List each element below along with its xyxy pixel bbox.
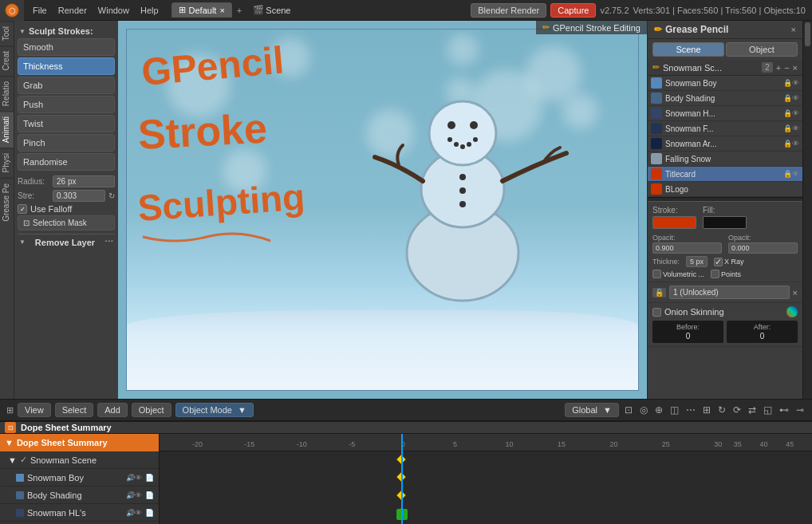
dope-sheet-header: ⊡ Dope Sheet Summary (0, 422, 812, 434)
points-checkbox[interactable] (711, 270, 719, 278)
layer-snowman-boy[interactable]: Snowman Boy 🔒👁 (648, 76, 802, 91)
viewport-icon-4[interactable]: ◫ (668, 403, 680, 417)
object-btn[interactable]: Object (132, 403, 171, 417)
onion-section: Onion Skinning Before: 0 After: 0 (648, 303, 802, 347)
top-bar: ⬡ File Render Window Help ⊞ Default × + … (0, 0, 812, 21)
tab-animation[interactable]: Animati (0, 111, 14, 148)
viewport-icon-1[interactable]: ⊡ (623, 403, 634, 417)
global-btn[interactable]: Global ▼ (565, 403, 619, 417)
stroke-col: Stroke: (652, 205, 696, 229)
tool-twist-btn[interactable]: Twist (18, 115, 115, 132)
use-falloff-label: Use Falloff (30, 204, 72, 214)
tab-create[interactable]: Creat (0, 45, 14, 75)
workspace-tab-default[interactable]: ⊞ Default × (171, 2, 232, 18)
tab-physics[interactable]: Physi (0, 148, 14, 177)
after-value[interactable]: 0 (760, 332, 765, 341)
layer-titlecard[interactable]: Titlecard 🔒👁 (648, 167, 802, 182)
add-workspace-btn[interactable]: + (234, 6, 245, 15)
tab-grease-pencil[interactable]: Grease Pe (0, 178, 14, 227)
menu-file[interactable]: File (28, 4, 52, 17)
menu-render[interactable]: Render (53, 4, 92, 17)
viewport-icon-10[interactable]: ◱ (762, 403, 774, 417)
layer-name-snowman-ar: Snowman Ar... (665, 140, 780, 148)
tool-grab-btn[interactable]: Grab (18, 77, 115, 94)
viewport-icon-5[interactable]: ⋯ (684, 403, 697, 417)
scene-tab[interactable]: Scene (652, 42, 724, 57)
frame-close-icon[interactable]: × (793, 288, 798, 297)
frame-value[interactable]: 1 (Unlocked) (669, 286, 790, 299)
object-tab[interactable]: Object (726, 42, 798, 57)
svg-point-12 (459, 174, 466, 180)
grease-pencil-icon: ✏ (654, 24, 662, 35)
viewport-icon-9[interactable]: ⇄ (747, 403, 758, 417)
viewport-icon-2[interactable]: ◎ (638, 403, 649, 417)
radius-value[interactable]: 26 px (53, 175, 115, 187)
strength-value[interactable]: 0.303 (53, 190, 105, 202)
layer-snowman-f[interactable]: Snowman F... 🔒👁 (648, 121, 802, 136)
tab-relations[interactable]: Relatio (0, 76, 14, 111)
remove-layer-options-icon[interactable]: ⋯ (104, 237, 113, 247)
stroke-opacity-value[interactable]: 0.900 (652, 242, 722, 254)
gp-name[interactable]: Snowman Sc... (663, 63, 759, 73)
svg-text:⬡: ⬡ (9, 6, 16, 15)
stroke-color-swatch[interactable] (652, 216, 696, 229)
scrollbar-thumb[interactable] (805, 22, 810, 46)
menu-help[interactable]: Help (136, 4, 164, 17)
layer-color-snowman-h (651, 108, 662, 119)
layer-blogo[interactable]: BLogo (648, 182, 802, 197)
volumetric-checkbox[interactable] (652, 270, 661, 278)
playhead[interactable] (401, 434, 403, 524)
tick-15: 15 (558, 440, 566, 448)
dope-scene-check[interactable]: ✓ (20, 455, 27, 465)
render-engine-btn[interactable]: Blender Render (471, 3, 546, 18)
select-btn[interactable]: Select (55, 403, 94, 417)
viewport-icon-12[interactable]: ⊸ (794, 403, 806, 417)
fill-opacity-value[interactable]: 0.000 (728, 242, 798, 254)
svg-point-13 (459, 187, 466, 194)
before-value[interactable]: 0 (686, 332, 691, 341)
onion-checkbox[interactable] (652, 308, 661, 317)
gp-remove-icon[interactable]: − (784, 63, 789, 73)
layer-body-shading[interactable]: Body Shading 🔒👁 (648, 91, 802, 106)
frame-lock-icon[interactable]: 🔓 (652, 288, 666, 297)
viewport[interactable]: ✏ GPencil Stroke Editing (118, 21, 647, 399)
tool-randomise-btn[interactable]: Randomise (18, 153, 115, 171)
tool-pinch-btn[interactable]: Pinch (18, 134, 115, 152)
capture-btn[interactable]: Capture (550, 3, 596, 18)
panel-close-btn[interactable]: × (791, 25, 796, 34)
layer-snowman-ar[interactable]: Snowman Ar... 🔒👁 (648, 136, 802, 152)
view-btn[interactable]: View (18, 403, 51, 417)
tab-tool[interactable]: Tool (0, 21, 14, 45)
layer-falling-snow[interactable]: Falling Snow (648, 152, 802, 167)
timeline-ticks: -20 -15 -10 -5 0 5 10 15 20 25 30 35 40 … (160, 434, 812, 451)
viewport-icon-7[interactable]: ↻ (716, 403, 727, 417)
fill-color-swatch[interactable] (703, 216, 747, 229)
add-btn[interactable]: Add (97, 403, 128, 417)
menu-window[interactable]: Window (93, 4, 134, 17)
selection-mask-btn[interactable]: ⊡ Selection Mask (18, 215, 115, 230)
layer-icons-4: 🔒👁 (783, 140, 799, 148)
fill-col: Fill: (703, 205, 747, 229)
dope-expand-icon[interactable]: ▼ (5, 438, 14, 447)
layer-snowman-h[interactable]: Snowman H... 🔒👁 (648, 106, 802, 121)
mode-btn[interactable]: Object Mode ▼ (175, 403, 254, 417)
workspace-close[interactable]: × (219, 6, 224, 15)
dope-timeline[interactable]: -20 -15 -10 -5 0 5 10 15 20 25 30 35 40 … (160, 434, 812, 524)
gp-add-icon[interactable]: + (776, 63, 781, 73)
viewport-icon-6[interactable]: ⊞ (701, 403, 712, 417)
viewport-icon-11[interactable]: ⊷ (778, 403, 790, 417)
viewport-icon-8[interactable]: ⟳ (731, 403, 743, 417)
tool-push-btn[interactable]: Push (18, 96, 115, 113)
tool-smooth-btn[interactable]: Smooth (18, 38, 115, 56)
topbar-right: Blender Render Capture v2.75.2 Verts:301… (471, 3, 812, 18)
onion-color-icon[interactable] (786, 306, 798, 317)
tool-thickness-btn[interactable]: Thickness (18, 57, 115, 75)
dope-scene-expand[interactable]: ▼ (8, 455, 17, 465)
xray-checkbox[interactable]: ✓ (714, 258, 723, 266)
layer-color-titlecard (651, 168, 662, 179)
viewport-icon-3[interactable]: ⊕ (653, 403, 664, 417)
thickness-value[interactable]: 5 px (686, 256, 708, 267)
gp-more-icon[interactable]: × (793, 63, 798, 73)
right-scrollbar[interactable] (802, 21, 812, 399)
use-falloff-checkbox[interactable]: ✓ (18, 204, 27, 214)
